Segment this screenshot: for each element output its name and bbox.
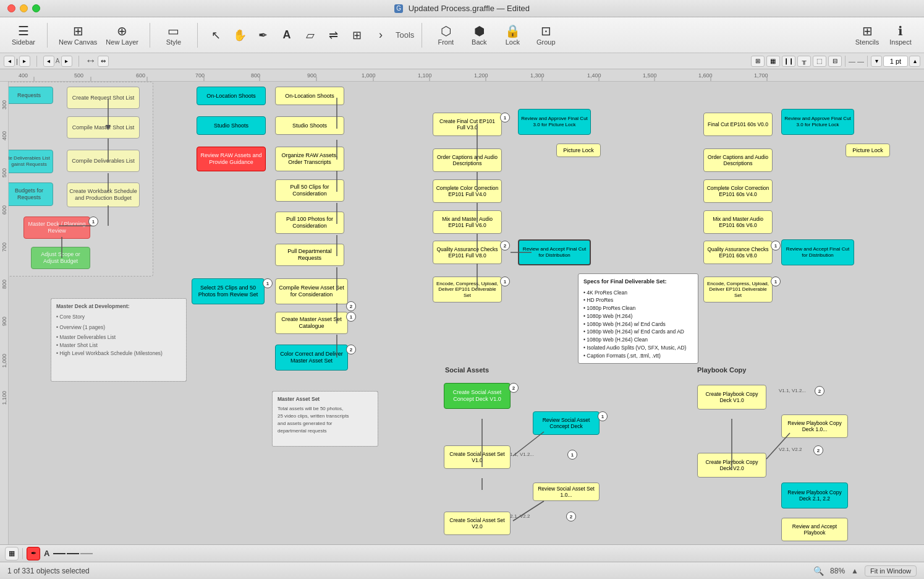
studio-shoots-yellow[interactable]: Studio Shoots xyxy=(275,116,344,135)
color-correct-deliver-box[interactable]: Color Correct and Deliver Master Asset S… xyxy=(275,345,348,371)
expand-tool[interactable]: › xyxy=(370,20,392,51)
group-icon: ⊡ xyxy=(541,25,551,37)
review-approve-60s-box[interactable]: Review and Approve Final Cut 3.0 for Pic… xyxy=(781,109,854,135)
front-button[interactable]: ⬡ Front xyxy=(430,20,462,51)
review-accept-60s-box[interactable]: Review and Accept Final Cut for Distribu… xyxy=(781,239,854,265)
bottom-toolbar: ▦ ✒ A xyxy=(0,544,924,562)
badge-pb1: 2 xyxy=(815,386,824,396)
color-correction-60s-v4-box[interactable]: Complete Color Correction EP101 60s V4.0 xyxy=(703,179,773,203)
on-location-shoots-yellow[interactable]: On-Location Shoots xyxy=(275,87,344,105)
selection-status: 1 of 331 objects selected xyxy=(7,567,90,575)
hand-tool[interactable]: ✋ xyxy=(229,20,251,51)
stroke-up-btn[interactable]: ▴ xyxy=(909,56,920,67)
ruler-down-btn[interactable]: ▸ xyxy=(61,56,72,67)
stroke-width-input[interactable] xyxy=(883,56,908,67)
svg-text:900: 900 xyxy=(307,72,316,79)
badge-color: 2 xyxy=(346,345,356,354)
review-social-set-v1-box[interactable]: Review Social Asset Set 1.0... xyxy=(533,482,600,501)
inspect-button[interactable]: ℹ Inspect xyxy=(884,20,917,51)
review-accept-playbook-box[interactable]: Review and Accept Playbook xyxy=(781,518,848,541)
create-final-cut-ep101-box[interactable]: Create Final Cut EP101 Full V3.0 xyxy=(433,113,502,136)
badge-encode1: 1 xyxy=(500,277,510,286)
create-master-asset-catalogue-box[interactable]: Create Master Asset Set Catalogue xyxy=(275,312,348,334)
fit-in-window-btn[interactable]: Fit in Window xyxy=(865,565,917,577)
view-btn-4[interactable]: ╥ xyxy=(797,56,811,67)
create-social-concept-box[interactable]: Create Social Asset Concept Deck V1.0 xyxy=(444,383,511,409)
minimize-button[interactable] xyxy=(20,4,28,12)
create-social-set-v2-box[interactable]: Create Social Asset Set V2.0 xyxy=(444,512,511,535)
picture-lock-box[interactable]: Picture Lock xyxy=(556,144,601,157)
organize-raw-assets-box[interactable]: Organize RAW Assets, Order Transcripts xyxy=(275,147,344,171)
new-canvas-button[interactable]: ⊞ New Canvas xyxy=(55,20,101,51)
review-accept-distribution-box[interactable]: Review and Accept Final Cut for Distribu… xyxy=(518,239,591,265)
toolbar-divider-3 xyxy=(197,23,198,48)
new-layer-button[interactable]: ⊕ New Layer xyxy=(102,20,142,51)
create-social-set-v1-box[interactable]: Create Social Asset Set V1.0 xyxy=(444,445,511,469)
pen-btn[interactable]: ✒ xyxy=(27,547,40,560)
text-tool[interactable]: A xyxy=(276,20,298,51)
lock-button[interactable]: 🔒 Lock xyxy=(496,20,528,51)
stroke-down-btn[interactable]: ▾ xyxy=(871,56,882,67)
tools-label: Tools xyxy=(396,30,414,40)
group-button[interactable]: ⊡ Group xyxy=(530,20,562,51)
final-cut-60s-box[interactable]: Final Cut EP101 60s V0.0 xyxy=(703,113,773,136)
grid-toggle-btn[interactable]: ▦ xyxy=(5,547,19,560)
picture-lock-right-box[interactable]: Picture Lock xyxy=(846,144,890,157)
sidebar-button[interactable]: ☰ Sidebar xyxy=(7,20,40,51)
mix-master-60s-v6-box[interactable]: Mix and Master Audio EP101 60s V6.0 xyxy=(703,210,773,234)
order-captions-60s-box[interactable]: Order Captions and Audio Descriptions xyxy=(703,148,773,172)
studio-shoots-cyan[interactable]: Studio Shoots xyxy=(197,116,266,135)
view-btn-1[interactable]: ⊞ xyxy=(751,56,765,67)
review-approve-final-cut-box[interactable]: Review and Approve Final Cut 3.0 for Pic… xyxy=(518,109,591,135)
qa-checks-full-v8-box[interactable]: Quality Assurance Checks EP101 Full V8.0 xyxy=(433,241,502,264)
line-thin[interactable] xyxy=(80,553,93,554)
badge-social3: 1 xyxy=(567,450,577,460)
review-playbook-v2-box[interactable]: Review Playbook Copy Deck 2.1, 2.2 xyxy=(781,482,848,508)
badge-encode2: 1 xyxy=(771,277,781,286)
shape-tool[interactable]: ▱ xyxy=(299,20,321,51)
master-asset-dashed xyxy=(272,391,378,447)
connect-tool[interactable]: ⇌ xyxy=(323,20,345,51)
svg-text:700: 700 xyxy=(195,72,205,79)
view-btn-5[interactable]: ⬚ xyxy=(813,56,826,67)
view-btn-6[interactable]: ⊟ xyxy=(828,56,842,67)
back-button[interactable]: ⬢ Back xyxy=(463,20,495,51)
ruler-left-btn[interactable]: ◂ xyxy=(4,56,15,67)
ruler-up-btn[interactable]: ◂ xyxy=(43,56,54,67)
create-playbook-v1-box[interactable]: Create Playbook Copy Deck V1.0 xyxy=(697,385,766,410)
review-raw-assets-box[interactable]: Review RAW Assets and Provide Guidance xyxy=(197,147,266,171)
compile-review-asset-box[interactable]: Compile Review Asset Set for Considerati… xyxy=(275,278,348,304)
bottom-text-tool[interactable]: A xyxy=(44,549,49,558)
line-dashed[interactable] xyxy=(67,553,79,554)
pull-50-clips-box[interactable]: Pull 50 Clips for Consideration xyxy=(275,179,344,202)
expand-btn[interactable]: ⇔ xyxy=(98,56,109,67)
canvas[interactable]: Requests Create Request Shot List Compil… xyxy=(0,82,924,544)
view-btn-2[interactable]: ▦ xyxy=(766,56,780,67)
style-button[interactable]: ▭ Style xyxy=(158,20,190,51)
view-btn-3[interactable]: ❙❙ xyxy=(782,56,795,67)
select-tool[interactable]: ↖ xyxy=(205,20,227,51)
select-25-clips-box[interactable]: Select 25 Clips and 50 Photos from Revie… xyxy=(192,278,265,304)
line-solid[interactable] xyxy=(53,553,66,554)
pull-100-photos-box[interactable]: Pull 100 Photos for Consideration xyxy=(275,212,344,234)
stencils-button[interactable]: ⊞ Stencils xyxy=(851,20,883,51)
encode-compress-full-box[interactable]: Encode, Compress, Upload, Deliver EP101 … xyxy=(433,277,502,302)
maximize-button[interactable] xyxy=(32,4,40,12)
review-playbook-v1-box[interactable]: Review Playbook Copy Deck 1.0... xyxy=(781,414,848,438)
zoom-out-btn[interactable]: 🔍 xyxy=(813,566,824,576)
close-button[interactable] xyxy=(7,4,15,12)
ruler-right-btn[interactable]: ▸ xyxy=(19,56,30,67)
create-playbook-v2-box[interactable]: Create Playbook Copy Deck V2.0 xyxy=(697,453,766,478)
zoom-in-btn[interactable]: ▲ xyxy=(851,567,858,575)
order-captions-box[interactable]: Order Captions and Audio Descriptions xyxy=(433,148,502,172)
review-social-concept-box[interactable]: Review Social Asset Concept Deck xyxy=(533,411,600,435)
pull-departmental-requests-box[interactable]: Pull Departmental Requests xyxy=(275,244,344,266)
zoom-level: 88% xyxy=(830,567,845,575)
mix-master-audio-full-v6-box[interactable]: Mix and Master Audio EP101 Full V6.0 xyxy=(433,210,502,234)
pen-tool[interactable]: ✒ xyxy=(252,20,274,51)
qa-60s-v8-box[interactable]: Quality Assurance Checks EP101 60s V8.0 xyxy=(703,241,773,264)
encode-60s-box[interactable]: Encode, Compress, Upload, Deliver EP101 … xyxy=(703,277,773,302)
table-tool[interactable]: ⊞ xyxy=(346,20,368,51)
color-correction-full-v4-box[interactable]: Complete Color Correction EP101 Full V4.… xyxy=(433,179,502,203)
on-location-shoots-cyan[interactable]: On-Location Shoots xyxy=(197,87,266,105)
